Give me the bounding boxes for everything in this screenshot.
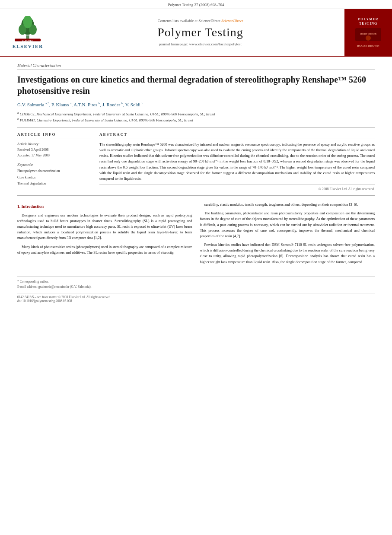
body-section: 1. Introduction Designers and engineers …: [17, 202, 375, 268]
journal-issue: Polymer Testing 27 (2008) 698–704: [168, 3, 224, 7]
body-para-3: curability, elastic modulus, tensile str…: [200, 202, 375, 207]
badge-content: POLYMER TESTING Roger Brown ROGER BROWN: [353, 17, 383, 48]
badge-line1: POLYMER: [353, 17, 383, 22]
body-para-4: The building parameters, photoinitiator …: [200, 210, 375, 239]
journal-header: ELSEVIER ELSEVIER Contents lists availab…: [0, 9, 392, 57]
abstract-label: Abstract: [99, 132, 375, 138]
corresponding-author-note: * Corresponding author.: [17, 280, 375, 283]
page-wrapper: Polymer Testing 27 (2008) 698–704 ELSEVI…: [0, 0, 392, 312]
body-divider: [17, 195, 375, 196]
sciencedirect-line: Contents lists available at ScienceDirec…: [158, 19, 243, 23]
email-note: E-mail address: gsalmoria@emc.ufsc.br (G…: [17, 285, 375, 289]
authors: G.V. Salmoria a,*, P. Klauss a, A.T.N. P…: [17, 102, 375, 107]
keyword-2: Cure kinetics: [17, 175, 91, 181]
elsevier-logo: ELSEVIER ELSEVIER: [13, 16, 44, 49]
top-bar: Polymer Testing 27 (2008) 698–704: [0, 0, 392, 9]
main-content: Material Characterisation Investigations…: [0, 57, 392, 312]
article-accepted: Accepted 17 May 2008: [17, 153, 91, 159]
section-1-heading: 1. Introduction: [17, 204, 192, 210]
affiliation-a: a CIMJECT, Mechanical Engineering Depart…: [17, 111, 375, 117]
doi-text: doi:10.1016/j.polymertesting.2008.05.008: [17, 299, 375, 303]
footer-copyright: 0142-9418/$ – see front matter © 2008 El…: [17, 293, 375, 303]
article-received: Received 3 April 2008: [17, 147, 91, 153]
article-info-column: Article Info Article history: Received 3…: [17, 132, 91, 191]
article-title: Investigations on cure kinetics and ther…: [17, 74, 375, 96]
svg-text:Roger Brown: Roger Brown: [360, 32, 376, 35]
abstract-column: Abstract The stereolithography resin Ren…: [99, 132, 375, 191]
section-label: Material Characterisation: [17, 62, 375, 70]
svg-text:ELSEVIER: ELSEVIER: [22, 39, 34, 42]
keywords-list: Photopolymer characterization Cure kinet…: [17, 168, 91, 187]
body-para-2: Many kinds of photosensitive resins (pho…: [17, 244, 192, 255]
section-divider: [17, 127, 375, 128]
keywords-label: Keywords:: [17, 162, 91, 167]
elsevier-wordmark: ELSEVIER: [13, 44, 44, 49]
keyword-1: Photopolymer characterization: [17, 168, 91, 174]
article-info-label: Article Info: [17, 132, 91, 138]
elsevier-tree-icon: ELSEVIER: [15, 16, 41, 42]
body-col-right: curability, elastic modulus, tensile str…: [200, 202, 375, 268]
body-col-left: 1. Introduction Designers and engineers …: [17, 202, 192, 268]
journal-title-section: Contents lists available at ScienceDirec…: [56, 9, 344, 56]
article-history-label: Article history:: [17, 142, 91, 146]
elsevier-logo-section: ELSEVIER ELSEVIER: [0, 9, 56, 56]
svg-point-9: [366, 35, 371, 41]
article-info-abstract-section: Article Info Article history: Received 3…: [17, 132, 375, 191]
badge-line2: TESTING: [353, 22, 383, 26]
journal-homepage: journal homepage: www.elsevier.com/locat…: [159, 42, 242, 46]
keyword-3: Thermal degradation: [17, 181, 91, 187]
polymer-testing-badge: POLYMER TESTING Roger Brown ROGER BROWN: [344, 9, 392, 56]
journal-title: Polymer Testing: [157, 25, 243, 39]
sciencedirect-link[interactable]: ScienceDirect: [221, 19, 243, 23]
affiliation-b: b POLIMAT, Chemistry Department, Federal…: [17, 117, 375, 123]
badge-logo-icon: Roger Brown: [353, 26, 383, 43]
badge-sub: ROGER BROWN: [353, 44, 383, 48]
affiliations: a CIMJECT, Mechanical Engineering Depart…: [17, 111, 375, 123]
copyright-text: 0142-9418/$ – see front matter © 2008 El…: [17, 295, 375, 299]
body-para-1: Designers and engineers use modern techn…: [17, 213, 192, 241]
abstract-copyright: © 2008 Elsevier Ltd. All rights reserved…: [99, 184, 375, 191]
abstract-text: The stereolithography resin Renshape™ 52…: [99, 142, 375, 182]
body-para-5: Previous kinetics studies have indicated…: [200, 242, 375, 265]
page-footer: * Corresponding author. E-mail address: …: [17, 277, 375, 303]
